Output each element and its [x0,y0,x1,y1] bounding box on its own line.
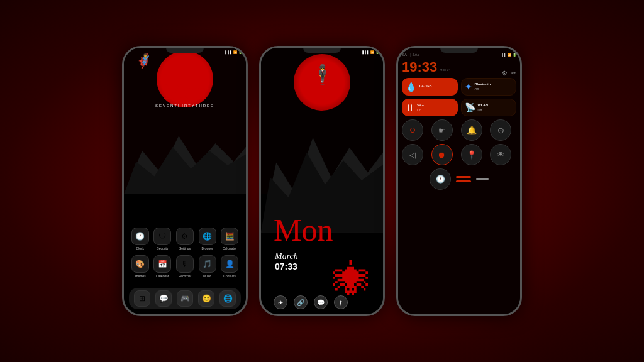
phone1-greeting: Mon SEVENTHIRTYTHREE [155,80,214,107]
phone3-tile-row1: 💧 1.47 GB ✦ Bluetooth Off [402,78,516,96]
dock-icon-2[interactable]: 💬 [155,290,172,307]
phone1-silhouette: 🦸 [135,53,152,69]
phone3-bluetooth-tile[interactable]: ✦ Bluetooth Off [461,78,517,96]
phone3-wlan-sub: Off [478,108,489,112]
phone3-battery: 🔋 [513,53,516,57]
phone3-sa-value: SA+ [417,103,424,107]
phone-1: ▌▌▌ 📶 🔋 🦸 Mon SEVENTHIRTYTHREE 🕐Clock [122,46,248,316]
phone1-mountain [124,121,246,195]
app-browser-label: Browser [201,246,213,250]
phone1-app-row-2: 🎨Themes 📅Calendar 🎙Recorder 🎵Music 👤Cont… [129,255,241,278]
phone3-storage-value: 1.47 GB [419,84,431,88]
phone1-screen: ▌▌▌ 📶 🔋 🦸 Mon SEVENTHIRTYTHREE 🕐Clock [124,48,246,314]
app-calculator-icon: 🧮 [221,228,238,245]
phone1-dock: ⊞ 💬 🎮 😊 🌐 [129,288,241,309]
phone2-facebook-icon[interactable]: ƒ [334,295,348,309]
phone1-mon-text: Mon [155,80,214,102]
phone2-link-icon[interactable]: 🔗 [294,295,308,309]
phone-2: ▌▌▌ 📶 🔋 🕴 Mon March 07:33 🕷 ✈ 🔗 💬 ƒ [259,46,385,316]
app-browser-icon: 🌐 [199,228,216,245]
phone2-signal: ▌▌▌ [362,50,369,54]
phone3-sa-sub: On [417,108,424,112]
phone1-battery: 🔋 [238,50,242,54]
phone3-time-sub: Mon 14 [440,68,450,72]
app-settings[interactable]: ⚙Settings [176,228,194,250]
app-calendar[interactable]: 📅Calendar [153,255,171,278]
phone1-subtitle-text: SEVENTHIRTYTHREE [155,104,214,107]
app-clock[interactable]: 🕐Clock [131,228,149,250]
hamburger-line-2 [456,180,471,182]
dock-icon-4[interactable]: 😊 [198,290,214,307]
phone2-screen: ▌▌▌ 📶 🔋 🕴 Mon March 07:33 🕷 ✈ 🔗 💬 ƒ [261,48,383,314]
phone3-wlan-tile[interactable]: 📡 WLAN Off [461,99,517,116]
phone1-wifi: 📶 [233,50,237,54]
phone2-status-bar: ▌▌▌ 📶 🔋 [362,50,379,54]
phone3-bluetooth-label: Bluetooth [475,82,491,86]
phone3-circle-pin[interactable]: 📍 [461,144,482,165]
phone-3: SA+ | SA+ ▌▌ 📶 🔋 19:33 Mon 14 ⚙ ✏ 💧 1 [396,46,522,316]
app-calculator-label: Calculator [223,246,237,250]
phone3-top-bar: SA+ | SA+ ▌▌ 📶 🔋 [402,53,516,57]
phone2-datetime: March 07:33 [275,251,298,272]
app-security-icon: 🛡 [153,228,171,245]
app-security[interactable]: 🛡Security [153,228,171,250]
phone3-time: 19:33 [402,59,437,75]
phone3-circle-time[interactable]: 🕐 [430,168,451,190]
app-themes-icon: 🎨 [131,255,149,273]
phone3-circle-eye[interactable]: 👁 [490,144,511,165]
app-music-label: Music [203,274,211,278]
app-music[interactable]: 🎵Music [199,255,216,278]
app-contacts[interactable]: 👤Contacts [221,255,238,278]
app-recorder[interactable]: 🎙Recorder [176,255,194,278]
app-contacts-icon: 👤 [221,255,238,273]
phone3-circle-record[interactable]: ⏺ [431,144,453,165]
phone3-status-icons: ▌▌ 📶 🔋 [502,53,516,57]
phone2-month: March [275,251,298,261]
dock-icon-1[interactable]: ⊞ [134,290,150,307]
hamburger-line-1 [456,176,471,178]
app-calendar-icon: 📅 [153,255,171,273]
phone1-app-row-1: 🕐Clock 🛡Security ⚙Settings 🌐Browser 🧮Cal… [129,228,241,250]
app-security-label: Security [157,246,168,250]
app-recorder-icon: 🎙 [176,255,194,273]
app-themes[interactable]: 🎨Themes [131,255,149,278]
app-music-icon: 🎵 [199,255,216,273]
phone2-wifi: 📶 [370,50,374,54]
phone2-mon-text: Mon [274,212,333,248]
app-calculator[interactable]: 🧮Calculator [221,228,238,250]
phone3-bluetooth-icon: ✦ [465,82,472,92]
phone3-circle-bell[interactable]: 🔔 [461,119,482,141]
phone3-music-icon: ⏸ [406,102,414,112]
phone3-circle-location[interactable]: ◁ [402,144,423,165]
phone3-storage-tile[interactable]: 💧 1.47 GB [402,78,458,96]
phone1-wallpaper: 🦸 [124,48,246,194]
dock-icon-5[interactable]: 🌐 [219,290,236,307]
phone3-hamburger-menu[interactable] [456,176,471,182]
phone2-telegram-icon[interactable]: ✈ [274,295,287,309]
phone2-quick-icons: ✈ 🔗 💬 ƒ [274,295,348,309]
phone3-circle-hand[interactable]: ☛ [431,119,453,141]
app-settings-icon: ⚙ [176,228,194,245]
phone1-signal: ▌▌▌ [225,50,232,54]
phone3-circle-android[interactable]: ⊙ [490,119,511,141]
dock-icon-3[interactable]: 🎮 [177,290,193,307]
phone3-settings-icon[interactable]: ⚙ [502,70,508,77]
phone3-sa-tile[interactable]: ⏸ SA+ On [402,99,458,116]
app-recorder-label: Recorder [179,274,192,278]
phone3-edit-icon[interactable]: ✏ [511,70,516,77]
phone3-circle-opera[interactable]: O [402,119,423,141]
phone2-silhouette: 🕴 [311,63,334,85]
phone1-app-grid: 🕐Clock 🛡Security ⚙Settings 🌐Browser 🧮Cal… [124,228,246,283]
app-browser[interactable]: 🌐Browser [199,228,216,250]
app-themes-label: Themes [135,274,146,278]
phone3-tile-row2: ⏸ SA+ On 📡 WLAN Off [402,99,516,116]
phone3-circle-grid-1: O ☛ 🔔 ⊙ [402,119,516,141]
phone2-battery: 🔋 [375,50,379,54]
phone3-bluetooth-sub: Off [475,87,491,91]
phone3-circle-grid-2: ◁ ⏺ 📍 👁 [402,144,516,165]
phone3-wlan-label: WLAN [478,103,489,107]
app-clock-icon: 🕐 [131,228,149,245]
phone3-screen: SA+ | SA+ ▌▌ 📶 🔋 19:33 Mon 14 ⚙ ✏ 💧 1 [398,48,520,314]
phone2-whatsapp-icon[interactable]: 💬 [314,295,328,309]
phone3-storage-icon: 💧 [406,82,416,92]
